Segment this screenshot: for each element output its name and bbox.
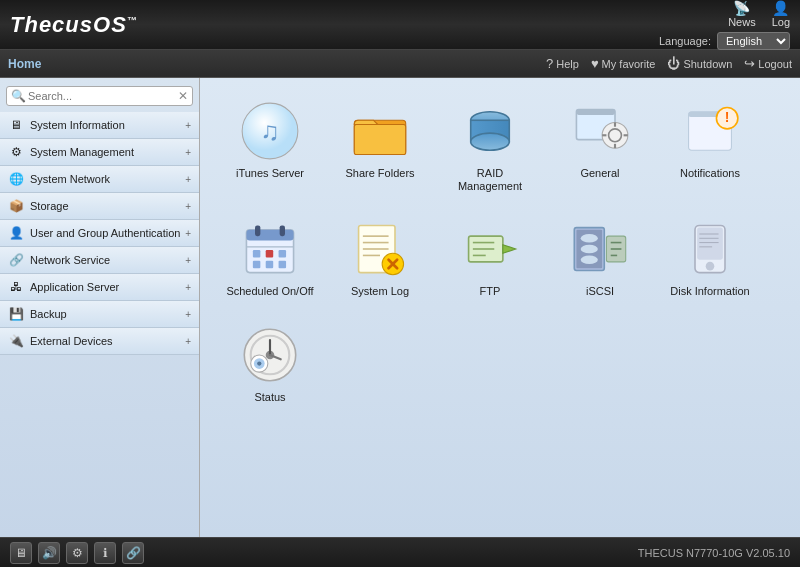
sidebar-item-icon: 🔌 <box>8 333 24 349</box>
sidebar-item-application-server[interactable]: 🖧 Application Server + <box>0 274 199 301</box>
app-icon-scheduled[interactable]: Scheduled On/Off <box>220 211 320 306</box>
app-icon-label-raid: RAID Management <box>444 167 536 193</box>
shutdown-label: Shutdown <box>683 58 732 70</box>
sidebar-item-left: 🖥 System Information <box>8 117 125 133</box>
logo-text: ThecusOS <box>10 12 127 37</box>
app-icon-label-share-folders: Share Folders <box>345 167 414 180</box>
app-icon-raid[interactable]: RAID Management <box>440 93 540 201</box>
expand-icon: + <box>185 309 191 320</box>
app-icon-syslog[interactable]: System Log <box>330 211 430 306</box>
expand-icon: + <box>185 255 191 266</box>
app-icon-iscsi[interactable]: iSCSI <box>550 211 650 306</box>
news-icon: 📡 <box>733 0 750 16</box>
header-icons: 📡 News 👤 Log <box>728 0 790 28</box>
toolbar: Home ? Help ♥ My favorite ⏻ Shutdown ↪ L… <box>0 50 800 78</box>
apps-grid: ♫ iTunes Server Share Folders <box>220 93 780 412</box>
sidebar-item-system-information[interactable]: 🖥 System Information + <box>0 112 199 139</box>
app-icon-diskinfo[interactable]: Disk Information <box>660 211 760 306</box>
logo-trademark: ™ <box>127 14 138 25</box>
footer: 🖥 🔊 ⚙ ℹ 🔗 THECUS N7770-10G V2.05.10 <box>0 537 800 567</box>
favorite-button[interactable]: ♥ My favorite <box>591 56 656 71</box>
svg-rect-20 <box>246 230 293 241</box>
shutdown-button[interactable]: ⏻ Shutdown <box>667 56 732 71</box>
sidebar-item-left: 🌐 System Network <box>8 171 110 187</box>
settings-icon: ⚙ <box>72 546 83 560</box>
svg-point-47 <box>581 256 598 265</box>
sidebar-item-label: Network Service <box>30 254 110 266</box>
breadcrumb: Home <box>8 57 41 71</box>
logout-button[interactable]: ↪ Logout <box>744 56 792 71</box>
app-icon-notifications[interactable]: ! Notifications <box>660 93 760 201</box>
expand-icon: + <box>185 120 191 131</box>
logo: ThecusOS™ <box>10 12 138 38</box>
news-label: News <box>728 16 756 28</box>
app-icon-img-itunes: ♫ <box>240 101 300 161</box>
sidebar-item-system-management[interactable]: ⚙ System Management + <box>0 139 199 166</box>
search-input[interactable] <box>28 90 178 102</box>
sidebar-item-backup[interactable]: 💾 Backup + <box>0 301 199 328</box>
sidebar-item-external-devices[interactable]: 🔌 External Devices + <box>0 328 199 355</box>
svg-rect-29 <box>279 261 287 269</box>
footer-info-button[interactable]: ℹ <box>94 542 116 564</box>
sidebar-item-icon: 👤 <box>8 225 24 241</box>
sidebar-item-icon: 💾 <box>8 306 24 322</box>
app-icon-img-scheduled <box>240 219 300 279</box>
expand-icon: + <box>185 174 191 185</box>
sidebar-item-label: External Devices <box>30 335 113 347</box>
sidebar-item-left: 📦 Storage <box>8 198 69 214</box>
sidebar-item-label: Backup <box>30 308 67 320</box>
help-button[interactable]: ? Help <box>546 56 579 71</box>
sidebar-items: 🖥 System Information + ⚙ System Manageme… <box>0 112 199 355</box>
sidebar-item-icon: 🖧 <box>8 279 24 295</box>
app-icon-img-raid <box>460 101 520 161</box>
svg-rect-24 <box>253 250 261 258</box>
log-button[interactable]: 👤 Log <box>772 0 790 28</box>
svg-rect-28 <box>266 261 274 269</box>
sidebar-item-icon: 🔗 <box>8 252 24 268</box>
app-icon-label-status: Status <box>254 391 285 404</box>
svg-rect-53 <box>697 228 723 260</box>
svg-point-45 <box>581 234 598 243</box>
sidebar-item-icon: 📦 <box>8 198 24 214</box>
footer-monitor-button[interactable]: 🖥 <box>10 542 32 564</box>
favorite-label: My favorite <box>602 58 656 70</box>
language-select[interactable]: English 中文 Deutsch Français <box>717 32 790 50</box>
search-clear-button[interactable]: ✕ <box>178 89 188 103</box>
expand-icon: + <box>185 336 191 347</box>
app-icon-itunes[interactable]: ♫ iTunes Server <box>220 93 320 201</box>
sidebar-item-user-and-group-authentication[interactable]: 👤 User and Group Authentication + <box>0 220 199 247</box>
app-icon-label-itunes: iTunes Server <box>236 167 304 180</box>
footer-icons: 🖥 🔊 ⚙ ℹ 🔗 <box>10 542 144 564</box>
footer-network-button[interactable]: 🔗 <box>122 542 144 564</box>
sidebar-item-label: Application Server <box>30 281 119 293</box>
heart-icon: ♥ <box>591 56 599 71</box>
sidebar-item-icon: 🌐 <box>8 171 24 187</box>
language-row: Language: English 中文 Deutsch Français <box>659 32 790 50</box>
footer-settings-button[interactable]: ⚙ <box>66 542 88 564</box>
app-icon-share-folders[interactable]: Share Folders <box>330 93 430 201</box>
app-icon-img-iscsi <box>570 219 630 279</box>
app-icon-general[interactable]: General <box>550 93 650 201</box>
help-icon: ? <box>546 56 553 71</box>
sidebar: 🔍 ✕ 🖥 System Information + ⚙ System Mana… <box>0 78 200 537</box>
sidebar-item-label: Storage <box>30 200 69 212</box>
svg-rect-8 <box>576 110 615 115</box>
app-icon-status[interactable]: Status <box>220 317 320 412</box>
svg-point-58 <box>706 262 715 271</box>
footer-model: THECUS N7770-10G V2.05.10 <box>638 547 790 559</box>
sidebar-item-left: 💾 Backup <box>8 306 67 322</box>
svg-point-46 <box>581 245 598 254</box>
footer-sound-button[interactable]: 🔊 <box>38 542 60 564</box>
svg-rect-21 <box>255 226 260 237</box>
sidebar-item-network-service[interactable]: 🔗 Network Service + <box>0 247 199 274</box>
app-icon-img-general <box>570 101 630 161</box>
monitor-icon: 🖥 <box>15 546 27 560</box>
app-icon-ftp[interactable]: FTP <box>440 211 540 306</box>
header: ThecusOS™ 📡 News 👤 Log Language: English… <box>0 0 800 50</box>
news-button[interactable]: 📡 News <box>728 0 756 28</box>
language-label: Language: <box>659 35 711 47</box>
sidebar-item-storage[interactable]: 📦 Storage + <box>0 193 199 220</box>
search-bar[interactable]: 🔍 ✕ <box>6 86 193 106</box>
sidebar-item-system-network[interactable]: 🌐 System Network + <box>0 166 199 193</box>
toolbar-actions: ? Help ♥ My favorite ⏻ Shutdown ↪ Logout <box>546 56 792 71</box>
